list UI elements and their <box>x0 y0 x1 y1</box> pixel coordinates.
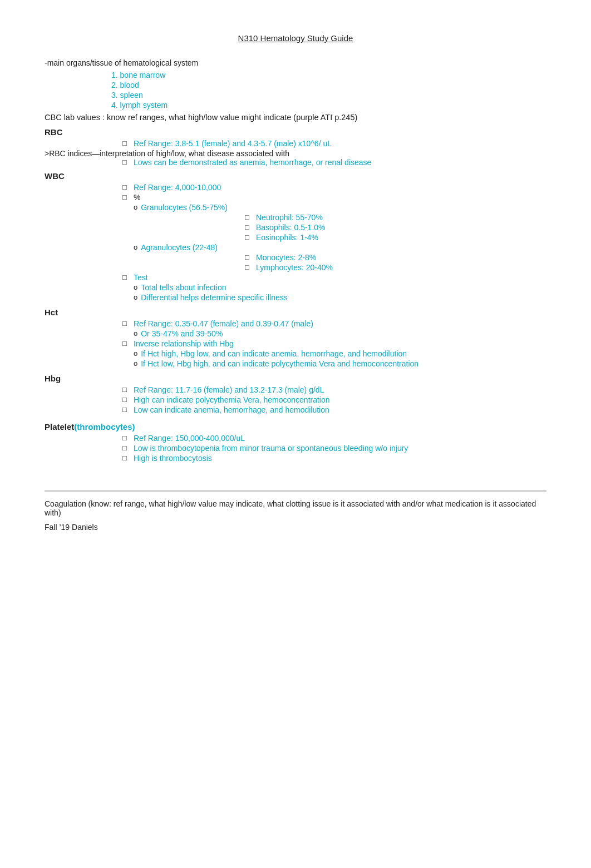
numbered-item-3: 3. spleen <box>111 91 546 100</box>
differential-helps: Differential helps determine specific il… <box>141 293 288 302</box>
bullet-monocytes: □ <box>245 253 253 261</box>
bullet-platelet-low: □ <box>122 444 130 452</box>
hbg-ref: Ref Range: 11.7-16 (female) and 13.2-17.… <box>134 385 324 394</box>
bullet-platelet-high: □ <box>122 454 130 462</box>
platelet-label: Platelet <box>45 422 74 431</box>
bullet-hbg-ref: □ <box>122 385 130 394</box>
bullet-lymphocytes: □ <box>245 263 253 271</box>
platelet-low: Low is thrombocytopenia from minor traum… <box>134 444 408 453</box>
platelet-ref: Ref Range: 150,000-400,000/uL <box>134 434 245 443</box>
bullet-hct-inverse: □ <box>122 339 130 348</box>
bullet-neutrophil: □ <box>245 213 253 221</box>
bullet-wbc-ref: □ <box>122 183 130 191</box>
hct-ref: Ref Range: 0.35-0.47 (female) and 0.39-0… <box>134 319 313 328</box>
bullet-hbg-low: □ <box>122 405 130 414</box>
main-intro: -main organs/tissue of hematological sys… <box>45 58 546 67</box>
o-total-tells: o <box>134 283 137 291</box>
o-granulocytes: o <box>134 203 137 211</box>
platelet-label2: (thrombocytes) <box>74 422 135 431</box>
bullet-test: □ <box>122 273 130 281</box>
bullet-wbc-percent: □ <box>122 193 130 201</box>
eosinophil: Eosinophils: 1-4% <box>256 233 318 242</box>
rbc-indices-detail: Lows can be demonstrated as anemia, hemo… <box>134 158 371 167</box>
rbc-ref: Ref Range: 3.8-5.1 (female) and 4.3-5.7 … <box>134 139 332 148</box>
numbered-item-1: 1. bone marrow <box>111 71 546 80</box>
numbered-item-2: 2. blood <box>111 81 546 90</box>
hbg-label: Hbg <box>45 374 546 383</box>
rbc-label: RBC <box>45 127 546 137</box>
bullet-rbc-indices: □ <box>122 158 130 166</box>
hct-inverse: Inverse relationship with Hbg <box>134 339 234 348</box>
hbg-high: High can indicate polycythemia Vera, hem… <box>134 395 330 404</box>
platelet-high: High is thrombocytosis <box>134 454 212 463</box>
wbc-percent: % <box>134 193 140 202</box>
bullet-basophil: □ <box>245 223 253 231</box>
hct-low: If Hct low, Hbg high, and can indicate p… <box>141 359 418 368</box>
coagulation-text: Coagulation (know: ref range, what high/… <box>45 499 546 517</box>
bullet-rbc-ref: □ <box>122 139 130 147</box>
o-hct-low: o <box>134 359 137 368</box>
agranulocytes-label: Agranulocytes (22-48) <box>141 243 218 252</box>
o-agranulocytes: o <box>134 243 137 251</box>
bullet-platelet-ref: □ <box>122 434 130 442</box>
basophil: Basophils: 0.5-1.0% <box>256 223 326 232</box>
total-tells: Total tells about infection <box>141 283 226 292</box>
footer-text: Fall ’19 Daniels <box>45 523 546 532</box>
test-label: Test <box>134 273 148 282</box>
hct-or: Or 35-47% and 39-50% <box>141 329 223 338</box>
hbg-low: Low can indicate anemia, hemorrhage, and… <box>134 405 329 414</box>
o-differential: o <box>134 293 137 301</box>
rbc-indices-heading: >RBC indices—interpretation of high/low,… <box>45 149 546 158</box>
lymphocytes: Lymphocytes: 20-40% <box>256 263 333 272</box>
page-title: N310 Hematology Study Guide <box>45 33 546 43</box>
bullet-eosinophil: □ <box>245 233 253 241</box>
cbc-line: CBC lab values : know ref ranges, what h… <box>45 113 546 122</box>
o-hct-high: o <box>134 349 137 358</box>
hct-high: If Hct high, Hbg low, and can indicate a… <box>141 349 407 358</box>
o-hct-or: o <box>134 329 137 338</box>
wbc-label: WBC <box>45 171 546 181</box>
bullet-hct-ref: □ <box>122 319 130 328</box>
hct-label: Hct <box>45 307 546 317</box>
wbc-ref: Ref Range: 4,000-10,000 <box>134 183 221 192</box>
bullet-hbg-high: □ <box>122 395 130 404</box>
monocytes: Monocytes: 2-8% <box>256 253 316 262</box>
numbered-item-4: 4. lymph system <box>111 101 546 110</box>
granulocytes-label: Granulocytes (56.5-75%) <box>141 203 228 212</box>
neutrophil: Neutrophil: 55-70% <box>256 213 323 222</box>
